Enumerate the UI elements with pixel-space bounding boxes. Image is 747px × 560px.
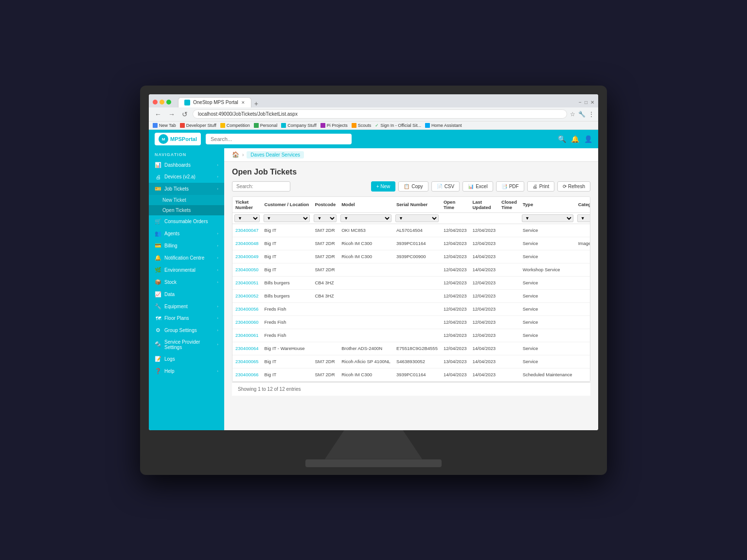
bookmark-label: New Tab xyxy=(159,123,176,128)
bookmark-scouts[interactable]: Scouts xyxy=(352,123,372,128)
cell-type: Service xyxy=(520,289,575,302)
browser-tab[interactable]: OneStop MPS Portal ✕ xyxy=(178,97,251,107)
table-row: 230400051 Bills burgers CB4 3HZ 12/04/20… xyxy=(232,276,590,289)
reload-button[interactable]: ↺ xyxy=(180,109,190,119)
print-button[interactable]: 🖨 Print xyxy=(527,181,555,192)
new-button[interactable]: + New xyxy=(371,181,396,192)
page-container: Open Job Tickets + New 📋 Copy 📄 xyxy=(224,162,598,430)
sidebar-item-data[interactable]: 📈 Data xyxy=(149,288,224,300)
csv-button[interactable]: 📄 CSV xyxy=(431,181,460,192)
col-last-updated[interactable]: LastUpdated xyxy=(469,197,498,213)
filter-customer[interactable]: ▼ xyxy=(264,214,310,222)
col-ticket-number[interactable]: TicketNumber xyxy=(232,197,262,213)
sidebar-item-consumable-orders[interactable]: 🛒 Consumable Orders xyxy=(149,215,224,228)
minimize-browser-btn[interactable] xyxy=(160,100,164,105)
address-bar[interactable] xyxy=(193,109,567,119)
col-open-time[interactable]: OpenTime xyxy=(441,197,470,213)
bookmark-competition[interactable]: Competition xyxy=(220,123,250,128)
cell-postcode: SM7 2DR xyxy=(312,355,338,368)
restore-icon[interactable]: □ xyxy=(585,100,587,105)
filter-category[interactable]: ▼ xyxy=(577,214,590,222)
breadcrumb-dealer-link[interactable]: Daves Dealer Services xyxy=(247,151,304,158)
table-row: 230400066 Big IT SM7 2DR Ricoh IM C300 3… xyxy=(232,368,590,381)
filter-ticket[interactable]: ▼ xyxy=(234,214,260,222)
sidebar-item-equipment[interactable]: 🔧 Equipment › xyxy=(149,300,224,313)
col-type[interactable]: Type xyxy=(520,197,575,213)
new-tab-button[interactable]: + xyxy=(251,100,261,107)
back-button[interactable]: ← xyxy=(153,109,163,119)
cell-serial xyxy=(393,276,441,289)
close-icon[interactable]: ✕ xyxy=(590,100,594,105)
bookmark-pi[interactable]: Pi Projects xyxy=(320,123,348,128)
cell-open-time: 12/04/2023 xyxy=(441,342,470,355)
user-icon[interactable]: 👤 xyxy=(584,135,592,143)
bookmark-personal[interactable]: Personal xyxy=(254,123,278,128)
extensions-icon[interactable]: 🔧 xyxy=(578,111,586,118)
topnav-search-input[interactable] xyxy=(206,134,352,144)
search-icon[interactable]: 🔍 xyxy=(558,135,566,143)
cell-customer: Big IT xyxy=(262,250,312,263)
bookmark-icon[interactable]: ☆ xyxy=(570,111,575,118)
col-postcode[interactable]: Postcode xyxy=(312,197,338,213)
close-browser-btn[interactable] xyxy=(153,100,158,105)
cell-open-time: 12/04/2023 xyxy=(441,329,470,342)
sidebar-item-help[interactable]: ❓ Help › xyxy=(149,365,224,377)
cell-closed-time xyxy=(498,224,520,237)
col-serial[interactable]: Serial Number xyxy=(393,197,441,213)
filter-type[interactable]: ▼ xyxy=(522,214,573,222)
bookmark-label: Sign In - Official Sit... xyxy=(380,123,421,128)
page-title: Open Job Tickets xyxy=(232,168,590,176)
excel-button[interactable]: 📊 Excel xyxy=(462,181,493,192)
bookmark-new-tab[interactable]: New Tab xyxy=(153,123,176,128)
notification-icon[interactable]: 🔔 xyxy=(571,135,579,143)
sidebar-item-floorplans[interactable]: 🗺 Floor Plans › xyxy=(149,313,224,324)
monitor-base xyxy=(305,459,442,467)
chevron-right-icon: › xyxy=(217,328,218,332)
sidebar-item-newticket[interactable]: New Ticket xyxy=(149,195,224,205)
sidebar-item-jobtickets[interactable]: 🎫 Job Tickets › xyxy=(149,183,224,195)
sidebar-item-notification[interactable]: 🔔 Notification Centre › xyxy=(149,252,224,264)
sidebar-label: Billing xyxy=(164,243,214,248)
cell-type: Service xyxy=(520,276,575,289)
sidebar-item-environmental[interactable]: 🌿 Environmental › xyxy=(149,264,224,276)
filter-model[interactable]: ▼ xyxy=(340,214,391,222)
sidebar-item-groupsettings[interactable]: ⚙ Group Settings › xyxy=(149,324,224,336)
sidebar-item-billing[interactable]: 💳 Billing › xyxy=(149,240,224,252)
filter-serial[interactable]: ▼ xyxy=(395,214,439,222)
col-customer[interactable]: Customer / Location xyxy=(262,197,312,213)
filter-postcode[interactable]: ▼ xyxy=(314,214,337,222)
sidebar-label: Job Tickets xyxy=(164,186,214,192)
cell-customer: Big IT xyxy=(262,263,312,276)
maximize-browser-btn[interactable] xyxy=(166,100,171,105)
tab-close-btn[interactable]: ✕ xyxy=(241,100,245,105)
pdf-button[interactable]: 📑 PDF xyxy=(496,181,524,192)
cell-closed-time xyxy=(498,250,520,263)
minimize-icon[interactable]: − xyxy=(579,100,582,105)
sidebar-item-logs[interactable]: 📝 Logs xyxy=(149,353,224,365)
sidebar-item-serviceprovider[interactable]: 🔩 Service Provider Settings › xyxy=(149,336,224,353)
bookmark-signin[interactable]: ✓ Sign In - Official Sit... xyxy=(375,123,421,128)
copy-button[interactable]: 📋 Copy xyxy=(398,181,428,192)
breadcrumb-home-icon[interactable]: 🏠 xyxy=(232,151,239,158)
monitor-stand xyxy=(325,430,422,459)
col-closed-time[interactable]: ClosedTime xyxy=(498,197,520,213)
cell-type: Service xyxy=(520,355,575,368)
forward-button[interactable]: → xyxy=(166,109,177,119)
col-category[interactable]: Category xyxy=(575,197,590,213)
sidebar-item-agents[interactable]: 👥 Agents › xyxy=(149,228,224,240)
topnav-search-container xyxy=(206,134,352,144)
bookmark-company[interactable]: Company Stuff xyxy=(281,123,316,128)
bookmark-developer[interactable]: Developer Stuff xyxy=(180,123,216,128)
search-input[interactable] xyxy=(232,181,290,192)
cell-open-time: 12/04/2023 xyxy=(441,276,470,289)
menu-icon[interactable]: ⋮ xyxy=(588,111,594,118)
copy-icon: 📋 xyxy=(404,184,409,189)
sidebar-item-opentickets[interactable]: Open Tickets xyxy=(149,205,224,215)
refresh-button[interactable]: ⟳ Refresh xyxy=(557,181,590,192)
help-icon: ❓ xyxy=(155,368,161,374)
sidebar-item-devices[interactable]: 🖨 Devices (v2.a) › xyxy=(149,171,224,183)
col-model[interactable]: Model xyxy=(338,197,393,213)
sidebar-item-stock[interactable]: 📦 Stock › xyxy=(149,276,224,288)
sidebar-item-dashboards[interactable]: 📊 Dashboards › xyxy=(149,159,224,171)
bookmark-homeassistant[interactable]: Home Assistant xyxy=(425,123,462,128)
